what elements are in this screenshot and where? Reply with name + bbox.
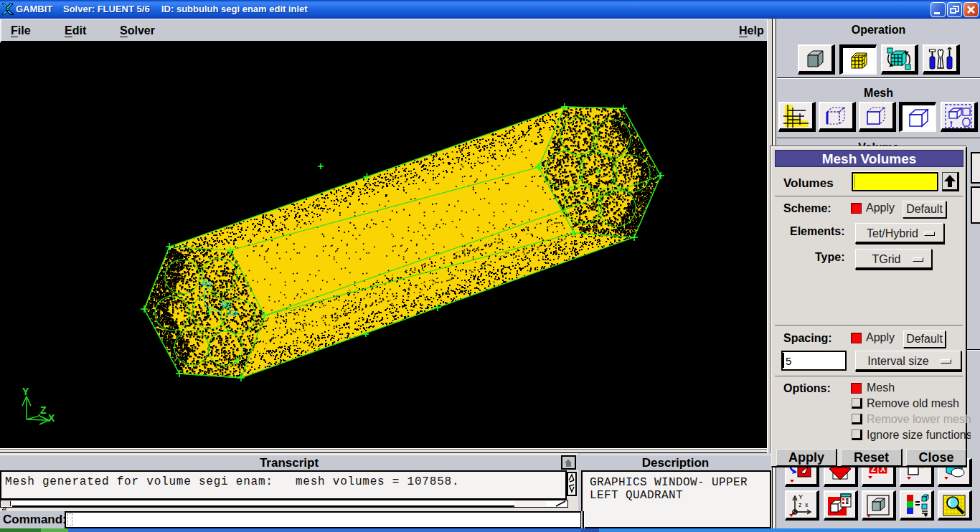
svg-text:Gx: Gx (228, 308, 240, 317)
svg-text:z: z (798, 501, 802, 508)
svg-text:Y: Y (22, 386, 29, 397)
svg-text:x: x (805, 501, 809, 508)
svg-text:Gz: Gz (221, 300, 232, 308)
svg-text:X: X (48, 412, 55, 424)
svg-text:Gy: Gy (202, 279, 213, 288)
svg-text:Y: Y (798, 493, 803, 500)
svg-text:Z: Z (40, 404, 47, 416)
